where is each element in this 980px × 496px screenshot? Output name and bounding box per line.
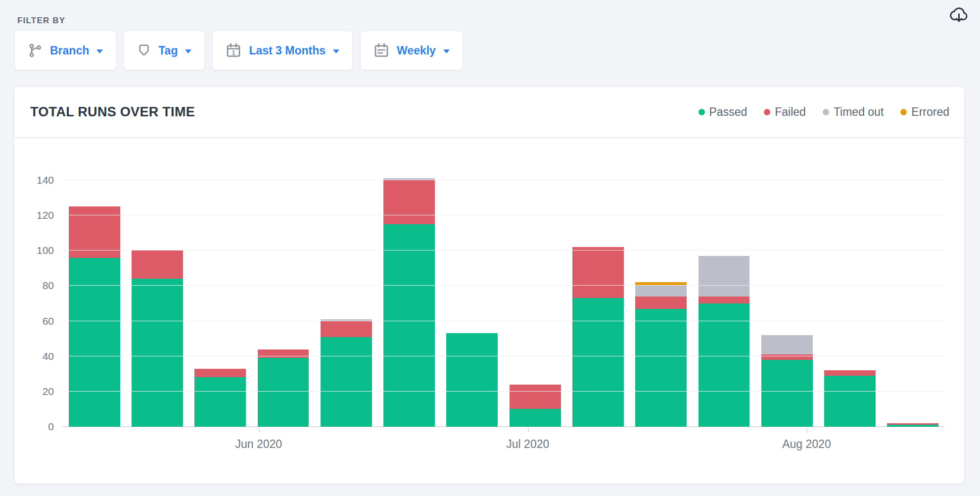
gridline-20 xyxy=(63,391,944,392)
date-range-filter-button[interactable]: 1 Last 3 Months xyxy=(212,31,353,70)
granularity-filter-button[interactable]: Weekly xyxy=(360,31,463,70)
bar-passed-may-10[interactable] xyxy=(69,258,120,427)
gridline-140 xyxy=(63,180,944,180)
chevron-down-icon xyxy=(443,48,450,55)
x-axis-label-aug-2020: Aug 2020 xyxy=(782,438,831,451)
week-band-may-10 xyxy=(63,180,126,427)
bar-passed-jun-28[interactable] xyxy=(510,409,561,427)
week-band-jul-12 xyxy=(630,180,693,427)
bar-passed-jul-26[interactable] xyxy=(761,360,813,427)
gridline-0 xyxy=(63,426,944,427)
legend-label: Errored xyxy=(911,105,949,119)
bar-passed-jul-5[interactable] xyxy=(572,298,624,427)
gridline-60 xyxy=(63,321,944,321)
bar-failed-jun-14[interactable] xyxy=(383,180,435,224)
gridline-40 xyxy=(63,356,944,356)
tag-icon xyxy=(137,43,151,58)
legend-label: Timed out xyxy=(834,105,884,119)
granularity-filter-label: Weekly xyxy=(397,44,436,57)
bar-passed-jun-7[interactable] xyxy=(321,337,372,427)
y-axis-label-100: 100 xyxy=(24,245,54,256)
bar-failed-aug-9[interactable] xyxy=(887,423,938,425)
passed-dot-icon xyxy=(699,109,705,115)
week-band-may-17 xyxy=(126,180,188,427)
tag-filter-label: Tag xyxy=(158,44,178,57)
download-report-button[interactable] xyxy=(947,5,970,26)
week-band-jul-5 xyxy=(566,180,629,427)
gridline-120 xyxy=(63,215,944,215)
gridline-100 xyxy=(63,250,944,250)
bar-failed-may-24[interactable] xyxy=(194,369,246,378)
week-band-may-31 xyxy=(252,180,315,427)
date-range-filter-label: Last 3 Months xyxy=(249,44,326,57)
gridline-80 xyxy=(63,285,944,286)
bar-passed-may-24[interactable] xyxy=(194,377,246,427)
chevron-down-icon xyxy=(96,48,103,55)
card-title: TOTAL RUNS OVER TIME xyxy=(30,104,195,120)
bar-failed-aug-2[interactable] xyxy=(824,370,876,376)
y-axis-label-20: 20 xyxy=(24,386,54,397)
legend-label: Failed xyxy=(775,105,806,119)
week-band-jun-14 xyxy=(377,180,440,427)
git-branch-icon xyxy=(28,43,43,58)
y-axis-label-140: 140 xyxy=(24,175,54,186)
week-band-aug-9 xyxy=(882,180,944,427)
total-runs-card: TOTAL RUNS OVER TIME Passed Failed Timed… xyxy=(14,87,965,484)
x-axis-tick-jun-2020 xyxy=(259,428,260,432)
chart-area: 020406080100120140Jun 2020Jul 2020Aug 20… xyxy=(14,138,964,483)
week-band-jun-7 xyxy=(315,180,377,427)
y-axis-label-120: 120 xyxy=(24,210,54,221)
branch-filter-button[interactable]: Branch xyxy=(14,31,116,70)
week-band-may-24 xyxy=(189,180,252,427)
bar-passed-jul-19[interactable] xyxy=(699,303,750,427)
week-band-jul-19 xyxy=(693,180,755,427)
bar-passed-jun-14[interactable] xyxy=(383,224,435,427)
bar-passed-jun-21[interactable] xyxy=(446,333,498,427)
bar-passed-may-17[interactable] xyxy=(132,279,183,427)
bar-failed-jun-7[interactable] xyxy=(321,321,372,337)
timed-out-dot-icon xyxy=(823,109,829,115)
x-axis-label-jul-2020: Jul 2020 xyxy=(506,438,549,451)
week-band-jun-21 xyxy=(441,180,504,427)
branch-filter-label: Branch xyxy=(50,44,89,57)
legend-item-failed[interactable]: Failed xyxy=(764,105,806,119)
bar-failed-jul-19[interactable] xyxy=(699,297,750,303)
bar-failed-may-31[interactable] xyxy=(258,349,309,358)
chevron-down-icon xyxy=(185,48,191,55)
x-axis-tick-aug-2020 xyxy=(806,428,807,432)
cloud-download-icon xyxy=(948,6,969,25)
errored-dot-icon xyxy=(900,109,907,115)
chevron-down-icon xyxy=(333,48,339,55)
chart-legend: Passed Failed Timed out Errored xyxy=(699,105,950,119)
week-band-jul-26 xyxy=(755,180,818,427)
week-band-jun-28 xyxy=(504,180,566,427)
bar-timed-out-jul-19[interactable] xyxy=(699,256,750,297)
y-axis-label-40: 40 xyxy=(24,351,54,362)
legend-label: Passed xyxy=(709,105,747,119)
tag-filter-button[interactable]: Tag xyxy=(124,31,205,70)
bar-failed-may-17[interactable] xyxy=(132,250,183,279)
bar-failed-jun-28[interactable] xyxy=(510,385,561,409)
legend-item-passed[interactable]: Passed xyxy=(699,105,747,119)
y-axis-label-60: 60 xyxy=(24,316,54,327)
week-band-aug-2 xyxy=(818,180,881,427)
failed-dot-icon xyxy=(764,109,770,115)
calendar-date-icon: 1 xyxy=(226,43,241,58)
bar-timed-out-jul-12[interactable] xyxy=(635,286,687,296)
x-axis-label-jun-2020: Jun 2020 xyxy=(235,438,282,451)
card-header: TOTAL RUNS OVER TIME Passed Failed Timed… xyxy=(14,87,964,138)
calendar-weekly-icon xyxy=(373,43,389,58)
stacked-bar-plot: 020406080100120140Jun 2020Jul 2020Aug 20… xyxy=(63,180,944,427)
bar-failed-jul-5[interactable] xyxy=(572,247,624,298)
bar-passed-may-31[interactable] xyxy=(258,358,309,427)
bar-timed-out-jul-26[interactable] xyxy=(761,335,813,354)
legend-item-timed-out[interactable]: Timed out xyxy=(823,105,884,119)
x-axis-tick-jul-2020 xyxy=(528,428,529,432)
legend-item-errored[interactable]: Errored xyxy=(900,105,949,119)
y-axis-label-80: 80 xyxy=(24,280,54,291)
filter-bar: Branch Tag 1 Last 3 Months xyxy=(14,31,463,70)
svg-text:1: 1 xyxy=(232,50,235,56)
bar-passed-aug-2[interactable] xyxy=(824,376,876,427)
bar-failed-jul-12[interactable] xyxy=(635,297,687,309)
bar-passed-jul-12[interactable] xyxy=(635,309,687,427)
